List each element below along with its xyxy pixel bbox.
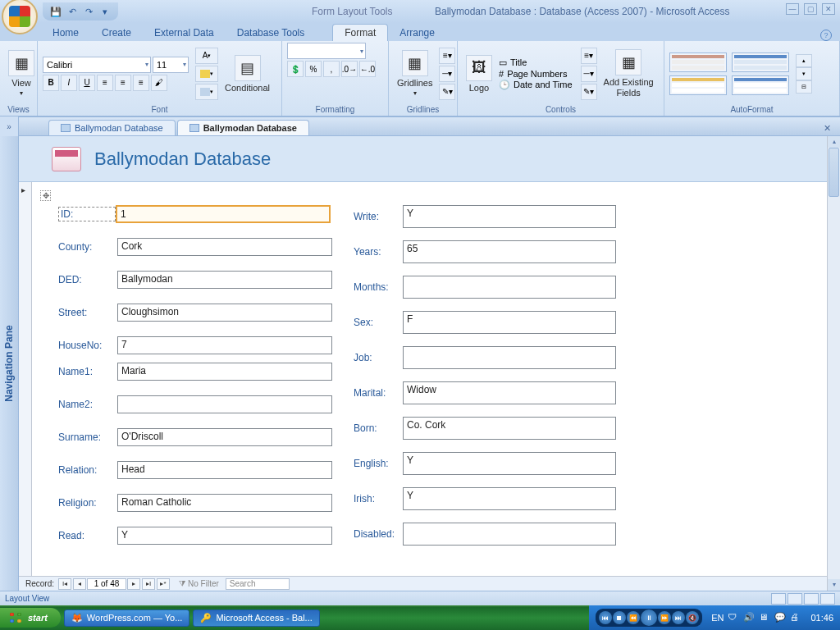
view-datasheet-button[interactable] (820, 593, 835, 605)
autoformat-swatch-1[interactable] (669, 52, 727, 72)
scroll-up-icon[interactable]: ▴ (828, 136, 840, 148)
comma-button[interactable]: , (323, 61, 340, 77)
font-color-button[interactable]: A▾ (195, 48, 218, 64)
start-button[interactable]: start (0, 608, 61, 628)
tab-home[interactable]: Home (41, 25, 90, 41)
recnav-filter[interactable]: ⧩No Filter (179, 579, 219, 589)
add-existing-fields-button[interactable]: ▦Add Existing Fields (600, 48, 657, 98)
line-style-button[interactable]: ─▾ (439, 66, 455, 82)
view-form-button[interactable] (771, 593, 786, 605)
media-play-icon[interactable]: ⏸ (641, 609, 657, 626)
restore-button[interactable]: ▢ (804, 3, 817, 15)
minimize-button[interactable]: — (786, 3, 799, 15)
font-size-combo[interactable]: 11 (153, 57, 189, 73)
field-value[interactable]: O'Driscoll (117, 428, 332, 446)
field-value[interactable] (403, 276, 616, 299)
recnav-last-button[interactable]: ▸I (142, 578, 155, 590)
underline-button[interactable]: U (79, 75, 95, 91)
field-value[interactable]: F (403, 311, 616, 334)
navigation-pane-collapsed[interactable]: Navigation Pane (0, 136, 19, 591)
field-value[interactable]: 65 (403, 240, 616, 263)
tray-icon[interactable]: 🔊 (743, 612, 755, 623)
tab-format[interactable]: Format (332, 24, 388, 41)
tab-arrange[interactable]: Arrange (388, 25, 446, 41)
taskbar-item-access[interactable]: 🔑Microsoft Access - Bal... (193, 609, 319, 627)
font-name-combo[interactable]: Calibri (43, 57, 151, 73)
autoformat-up-button[interactable]: ▴ (796, 54, 812, 67)
line-type-button[interactable]: ─▾ (581, 66, 597, 82)
field-value[interactable] (403, 346, 616, 369)
help-icon[interactable]: ? (820, 30, 832, 41)
increase-decimals-button[interactable]: .0→ (341, 61, 358, 77)
recnav-next-button[interactable]: ▸ (127, 578, 140, 590)
tab-external-data[interactable]: External Data (143, 25, 226, 41)
percent-button[interactable]: % (305, 61, 322, 77)
media-mute-icon[interactable]: 🔇 (686, 611, 699, 624)
taskbar-item-wordpress[interactable]: 🦊WordPress.com — Yo... (64, 609, 190, 627)
autoformat-swatch-3[interactable] (732, 52, 789, 72)
scroll-thumb[interactable] (829, 148, 839, 197)
field-value[interactable]: Ballymodan (117, 271, 332, 289)
lang-indicator[interactable]: EN (711, 613, 724, 623)
autoformat-down-button[interactable]: ▾ (796, 67, 812, 80)
field-value[interactable]: Co. Cork (403, 417, 616, 440)
alt-fill-color-button[interactable]: ▾ (195, 84, 218, 100)
align-center-button[interactable]: ≡ (115, 75, 131, 91)
autoformat-swatch-4[interactable] (732, 75, 789, 95)
field-value[interactable]: Maria (117, 363, 332, 381)
save-icon[interactable]: 💾 (49, 5, 62, 18)
italic-button[interactable]: I (61, 75, 77, 91)
bold-button[interactable]: B (43, 75, 59, 91)
media-fwd-icon[interactable]: ⏩ (658, 611, 671, 624)
line-width-button[interactable]: ≡▾ (439, 48, 455, 64)
field-value[interactable]: Y (403, 487, 616, 510)
media-rev-icon[interactable]: ⏪ (627, 611, 640, 624)
tab-create[interactable]: Create (90, 25, 143, 41)
page-numbers-button[interactable]: #Page Numbers (499, 69, 573, 79)
layout-move-handle[interactable]: ✥ (40, 190, 51, 201)
media-controls[interactable]: ⏮ ⏹ ⏪ ⏸ ⏩ ⏭ 🔇 (596, 609, 702, 627)
recnav-first-button[interactable]: I◂ (58, 578, 71, 590)
tray-icon[interactable]: 🛡 (728, 612, 739, 623)
field-value[interactable]: Cloughsimon (117, 304, 332, 322)
field-value[interactable]: Y (403, 452, 616, 475)
recnav-position-input[interactable] (87, 578, 126, 590)
tab-database-tools[interactable]: Database Tools (226, 25, 317, 41)
document-tab[interactable]: Ballymodan Database (177, 120, 309, 135)
title-button[interactable]: ▭Title (499, 57, 573, 68)
record-selector[interactable] (19, 182, 32, 576)
recnav-new-button[interactable]: ▸* (157, 578, 170, 590)
qat-customize-icon[interactable]: ▾ (98, 5, 112, 18)
close-tab-button[interactable]: ✕ (819, 121, 835, 135)
redo-icon[interactable]: ↷ (82, 5, 95, 18)
media-prev-icon[interactable]: ⏮ (599, 611, 612, 624)
field-value[interactable]: Head (117, 461, 332, 479)
autoformat-more-button[interactable]: ⊟ (796, 80, 812, 94)
taskbar-clock[interactable]: 01:46 (810, 613, 833, 623)
align-right-button[interactable]: ≡ (133, 75, 149, 91)
gridlines-button[interactable]: ▦Gridlines▾ (394, 48, 436, 98)
vertical-scrollbar[interactable]: ▴ ▾ (827, 136, 840, 591)
format-painter-button[interactable]: 🖌 (151, 75, 167, 91)
view-design-button[interactable] (804, 593, 819, 605)
tray-icon[interactable]: 🖨 (790, 612, 801, 623)
close-button[interactable]: ✕ (822, 3, 835, 15)
align-left-button[interactable]: ≡ (97, 75, 113, 91)
document-tab[interactable]: Ballymodan Database (48, 120, 176, 135)
view-button[interactable]: ▦View▾ (5, 48, 38, 98)
format-combo[interactable] (287, 43, 366, 59)
scroll-down-icon[interactable]: ▾ (828, 579, 840, 591)
field-value[interactable]: Cork (117, 238, 332, 256)
autoformat-swatch-2[interactable] (669, 75, 727, 95)
line-color-button[interactable]: ✎▾ (439, 84, 455, 100)
recnav-prev-button[interactable]: ◂ (73, 578, 86, 590)
field-value[interactable]: Widow (403, 381, 616, 404)
conditional-button[interactable]: ▤Conditional (221, 53, 273, 94)
tray-icon[interactable]: 🖥 (759, 612, 770, 623)
line-thickness-button[interactable]: ≡▾ (581, 48, 597, 64)
field-value[interactable] (117, 395, 332, 413)
fill-color-button[interactable]: ▾ (195, 66, 218, 82)
shutter-bar-toggle[interactable]: » (0, 116, 19, 136)
field-value[interactable] (403, 523, 616, 546)
field-value[interactable]: Y (117, 527, 332, 545)
